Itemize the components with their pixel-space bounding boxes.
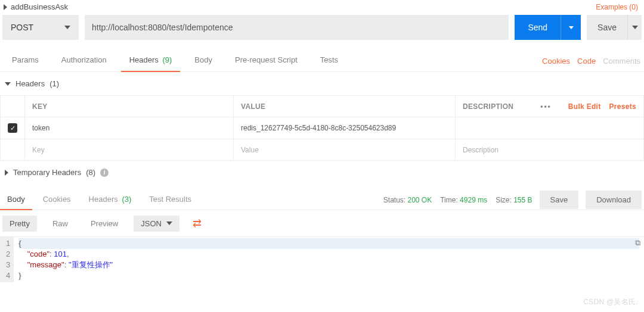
headers-table: KEY VALUE DESCRIPTION ••• Bulk Edit Pres… [0,95,644,161]
wrap-lines-icon[interactable]: ⇄ [188,215,206,232]
watermark: CSDN @吴名氏. [583,297,638,307]
code-link[interactable]: Code [577,57,596,65]
col-value: VALUE [234,96,456,117]
row-checkbox[interactable]: ✓ [8,123,17,133]
chevron-down-icon [166,221,172,225]
temp-headers-title: Temporary Headers [13,168,81,177]
headers-section-title: Headers [16,79,45,88]
info-icon[interactable]: i [100,169,109,177]
table-row: Key Value Description [1,139,644,161]
tab-headers[interactable]: Headers (9) [121,51,181,71]
bulk-edit-link[interactable]: Bulk Edit [568,102,601,111]
tab-params[interactable]: Params [4,51,47,71]
request-name: addBusinessAsk [11,2,68,11]
chevron-down-icon [632,26,638,29]
presets-link[interactable]: Presets [609,102,636,111]
format-select[interactable]: JSON [134,216,179,232]
line-number: 4 [6,270,10,281]
header-key-input[interactable]: Key [25,139,234,161]
header-desc-input[interactable] [456,117,644,139]
temp-headers-count: (8) [86,168,95,177]
preview-button[interactable]: Preview [83,216,125,232]
table-row: ✓ token redis_12627749-5c5d-4180-8c8c-32… [1,117,644,139]
chevron-down-icon [569,26,574,29]
collapse-request-icon[interactable] [4,4,7,10]
comments-link[interactable]: Comments [603,57,640,65]
raw-button[interactable]: Raw [45,216,75,232]
tab-body[interactable]: Body [186,51,221,71]
save-dropdown[interactable] [627,15,642,40]
resp-tab-headers-count: (3) [122,195,131,204]
header-key-input[interactable]: token [25,117,234,139]
line-number: 2 [6,249,10,260]
status-meta: Status: 200 OK [383,196,432,204]
resp-tab-tests[interactable]: Test Results [142,190,199,210]
chevron-right-icon [5,170,8,176]
chevron-down-icon [64,26,70,29]
header-value-input[interactable]: Value [234,139,456,161]
tab-headers-count: (9) [162,55,172,64]
pretty-button[interactable]: Pretty [2,216,37,232]
copy-icon[interactable]: ⧉ [635,238,640,248]
tab-headers-label: Headers [129,55,159,64]
response-editor: 1 2 3 4 { "code": 101, "message": "重复性操作… [0,237,644,282]
chevron-down-icon [5,82,11,86]
time-meta: Time: 4929 ms [440,196,487,204]
response-download-button[interactable]: Download [586,191,642,209]
format-select-label: JSON [141,219,162,228]
temp-headers-toggle[interactable]: Temporary Headers (8) i [0,161,644,184]
send-button[interactable]: Send [515,15,561,40]
examples-link[interactable]: Examples (0) [596,3,638,11]
json-message-value: 重复性操作 [72,260,110,269]
resp-tab-headers-label: Headers [89,195,118,204]
method-label: POST [11,23,33,32]
resp-tab-cookies[interactable]: Cookies [36,190,78,210]
send-dropdown[interactable] [561,15,581,40]
header-value-input[interactable]: redis_12627749-5c5d-4180-8c8c-325054623d… [234,117,456,139]
json-code-value: 101 [54,249,67,258]
line-number: 3 [6,260,10,270]
cookies-link[interactable]: Cookies [542,57,570,65]
resp-tab-headers[interactable]: Headers (3) [82,190,139,210]
resp-tab-body[interactable]: Body [0,190,32,210]
headers-section-count: (1) [49,79,59,88]
url-input[interactable] [85,15,509,40]
header-desc-input[interactable]: Description [456,139,644,161]
line-number: 1 [6,238,10,249]
save-button[interactable]: Save [587,15,627,40]
col-key: KEY [25,96,234,117]
headers-section-toggle[interactable]: Headers (1) [0,72,644,95]
tab-authorization[interactable]: Authorization [53,51,115,71]
response-save-button[interactable]: Save [540,191,579,209]
col-description: DESCRIPTION [463,102,513,111]
more-icon[interactable]: ••• [540,102,552,111]
method-select[interactable]: POST [2,15,79,40]
size-meta: Size: 155 B [496,196,532,204]
tab-prerequest[interactable]: Pre-request Script [227,51,306,71]
tab-tests[interactable]: Tests [312,51,346,71]
